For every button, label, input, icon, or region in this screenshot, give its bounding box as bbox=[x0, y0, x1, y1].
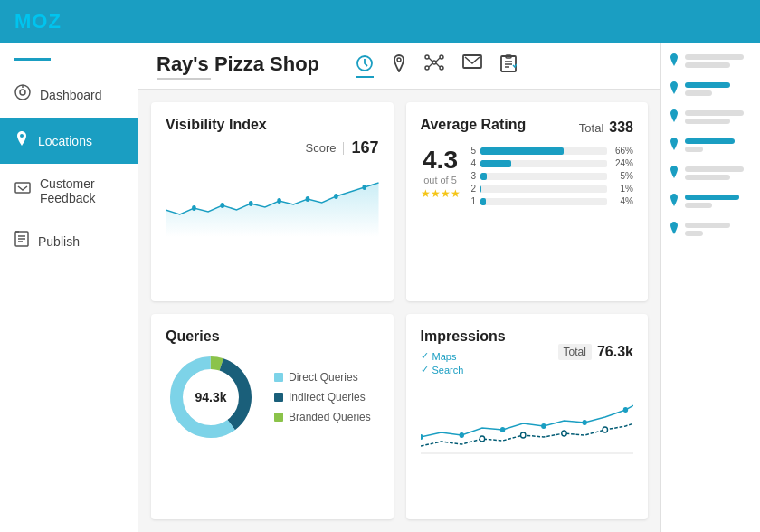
svg-point-39 bbox=[499, 427, 504, 432]
svg-point-37 bbox=[421, 434, 423, 440]
rs-lines-3 bbox=[685, 110, 744, 124]
queries-body: 94.3k Direct Queries Indirect Queries bbox=[166, 352, 379, 442]
rs-pin-1 bbox=[669, 52, 679, 70]
top-nav-mail[interactable] bbox=[462, 54, 482, 78]
right-sidebar bbox=[660, 43, 760, 532]
publish-label: Publish bbox=[38, 234, 80, 249]
rs-lines-7 bbox=[685, 223, 730, 236]
rating-title: Average Rating bbox=[421, 117, 527, 133]
bar-label-5: 5 bbox=[471, 146, 477, 156]
bar-row-1: 1 4% bbox=[471, 196, 634, 206]
bar-fill-1 bbox=[480, 198, 486, 205]
search-badge: ✓ Search bbox=[421, 364, 506, 375]
search-label: Search bbox=[432, 365, 464, 375]
branded-dot bbox=[274, 413, 283, 422]
score-row: Score 167 bbox=[166, 138, 379, 157]
rs-item-1 bbox=[669, 52, 753, 70]
dashboard-panels: Visibility Index Score 167 bbox=[138, 90, 660, 532]
svg-point-26 bbox=[192, 205, 196, 211]
rating-bars: 5 66% 4 bbox=[471, 146, 634, 206]
rs-pin-2 bbox=[669, 81, 679, 98]
rs-line-2a bbox=[685, 82, 730, 88]
bar-row-3: 3 5% bbox=[471, 171, 634, 181]
bar-label-3: 3 bbox=[471, 171, 477, 181]
shop-title-underline bbox=[157, 78, 211, 80]
sidebar-item-dashboard[interactable]: Dashboard bbox=[0, 71, 138, 118]
bar-track-4 bbox=[480, 160, 607, 167]
queries-donut: 94.3k bbox=[166, 352, 256, 442]
bar-pct-2: 1% bbox=[612, 184, 633, 194]
score-value: 167 bbox=[351, 138, 378, 157]
main-layout: Dashboard Locations Cu bbox=[0, 43, 760, 532]
svg-point-38 bbox=[459, 432, 463, 438]
top-nav-network[interactable] bbox=[424, 54, 444, 78]
rs-line-2b bbox=[685, 90, 712, 96]
sidebar-item-publish[interactable]: Publish bbox=[0, 218, 138, 264]
rs-line-4a bbox=[685, 138, 735, 144]
publish-icon bbox=[14, 231, 29, 252]
impressions-title: Impressions bbox=[421, 328, 506, 345]
top-nav-pin[interactable] bbox=[392, 54, 406, 78]
svg-rect-4 bbox=[15, 183, 30, 193]
bar-track-1 bbox=[480, 198, 607, 205]
bar-fill-5 bbox=[480, 147, 564, 155]
indirect-dot bbox=[274, 393, 283, 402]
rs-line-7a bbox=[685, 223, 730, 228]
branded-label: Branded Queries bbox=[289, 411, 371, 423]
bar-row-2: 2 1% bbox=[471, 184, 634, 194]
svg-line-19 bbox=[436, 63, 440, 67]
impressions-header: Impressions ✓ Maps ✓ Search bbox=[421, 328, 634, 375]
rs-line-7b bbox=[685, 231, 703, 236]
top-nav-clock[interactable] bbox=[356, 54, 374, 78]
bar-pct-1: 4% bbox=[612, 196, 633, 206]
bar-track-5 bbox=[480, 147, 607, 155]
svg-point-45 bbox=[561, 431, 565, 436]
bar-row-4: 4 24% bbox=[471, 158, 634, 168]
rating-stars: ★★★★ bbox=[421, 187, 461, 200]
rs-item-2 bbox=[669, 81, 753, 98]
rs-line-3b bbox=[685, 119, 730, 124]
feedback-icon bbox=[14, 182, 31, 201]
feedback-label: Customer Feedback bbox=[40, 176, 123, 205]
rs-line-6a bbox=[685, 195, 739, 200]
svg-point-14 bbox=[425, 66, 429, 70]
svg-point-13 bbox=[440, 55, 443, 59]
top-nav-clipboard[interactable] bbox=[500, 54, 517, 78]
rating-score: 4.3 bbox=[423, 146, 458, 175]
svg-point-27 bbox=[220, 203, 224, 208]
rs-pin-4 bbox=[669, 137, 679, 154]
bar-pct-4: 24% bbox=[612, 158, 633, 168]
svg-line-17 bbox=[436, 58, 440, 62]
bar-fill-3 bbox=[480, 173, 487, 180]
rs-pin-7 bbox=[669, 221, 679, 238]
rs-lines-4 bbox=[685, 138, 735, 152]
svg-point-11 bbox=[432, 61, 436, 64]
rating-total-label: Total bbox=[579, 121, 603, 135]
visibility-title: Visibility Index bbox=[166, 117, 379, 133]
score-divider bbox=[343, 142, 344, 155]
rs-line-1a bbox=[685, 54, 744, 60]
svg-point-29 bbox=[277, 198, 281, 204]
bar-label-1: 1 bbox=[471, 196, 477, 206]
locations-label: Locations bbox=[38, 134, 92, 148]
rs-line-5b bbox=[685, 175, 730, 180]
rs-lines-5 bbox=[685, 166, 744, 180]
direct-dot bbox=[274, 373, 283, 382]
dashboard-label: Dashboard bbox=[40, 88, 102, 102]
svg-point-44 bbox=[520, 432, 525, 438]
legend-branded: Branded Queries bbox=[274, 411, 371, 423]
maps-label: Maps bbox=[432, 351, 457, 362]
sidebar-item-locations[interactable]: Locations bbox=[0, 118, 138, 164]
rs-line-6b bbox=[685, 203, 712, 208]
visibility-chart bbox=[166, 165, 379, 237]
indirect-label: Indirect Queries bbox=[289, 391, 366, 404]
sidebar: Dashboard Locations Cu bbox=[0, 43, 138, 532]
svg-line-18 bbox=[429, 63, 432, 67]
sidebar-item-feedback[interactable]: Customer Feedback bbox=[0, 164, 138, 218]
rs-item-6 bbox=[669, 193, 753, 210]
header: MOZ bbox=[0, 0, 760, 43]
queries-panel: Queries bbox=[151, 314, 394, 519]
impressions-badges: ✓ Maps ✓ Search bbox=[421, 350, 506, 375]
shop-title: Ray's Pizza Shop bbox=[157, 52, 319, 76]
rating-panel: Average Rating Total 338 4.3 out of 5 ★★… bbox=[406, 102, 649, 301]
